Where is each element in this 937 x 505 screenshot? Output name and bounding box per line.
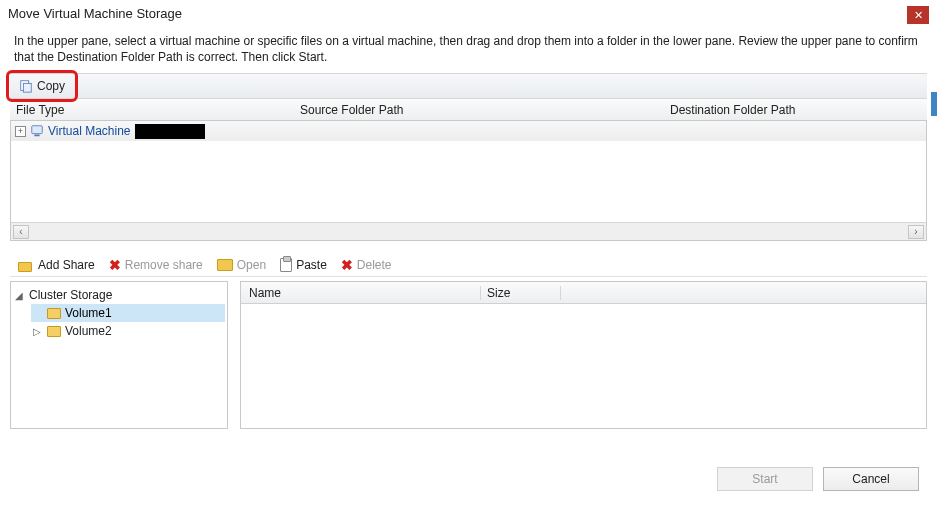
svg-rect-2 [32, 126, 43, 134]
close-button[interactable]: ✕ [907, 6, 929, 24]
vm-icon [30, 124, 44, 138]
tree-item-volume1[interactable]: Volume1 [31, 304, 225, 322]
expand-toggle[interactable]: + [15, 126, 26, 137]
vm-row[interactable]: + Virtual Machine [11, 121, 926, 141]
folder-icon [47, 308, 61, 319]
open-label: Open [237, 258, 266, 272]
upper-grid-body[interactable]: + Virtual Machine ‹ › [10, 121, 927, 241]
window-title: Move Virtual Machine Storage [8, 6, 182, 21]
col-name[interactable]: Name [241, 286, 481, 300]
lower-toolbar: Add Share ✖ Remove share Open Paste ✖ De… [10, 253, 927, 277]
file-list-pane[interactable]: Name Size [240, 281, 927, 429]
add-share-label: Add Share [38, 258, 95, 272]
tree-root-label: Cluster Storage [29, 288, 112, 302]
horizontal-scrollbar[interactable]: ‹ › [11, 222, 926, 240]
cancel-button[interactable]: Cancel [823, 467, 919, 491]
cancel-button-label: Cancel [852, 472, 889, 486]
scroll-right-icon[interactable]: › [908, 225, 924, 239]
file-list-header: Name Size [241, 282, 926, 304]
caret-right-icon: ▷ [33, 326, 43, 337]
caret-down-icon: ◢ [15, 290, 25, 301]
folder-icon [47, 326, 61, 337]
open-folder-icon [217, 259, 233, 271]
lower-split: ◢ Cluster Storage Volume1 ▷ Volume2 Name… [10, 281, 927, 429]
col-file-type[interactable]: File Type [10, 103, 300, 117]
start-button-label: Start [752, 472, 777, 486]
instructions-text: In the upper pane, select a virtual mach… [0, 25, 937, 73]
paste-button[interactable]: Paste [276, 256, 331, 274]
delete-label: Delete [357, 258, 392, 272]
vm-row-label: Virtual Machine [48, 124, 131, 138]
folder-tree[interactable]: ◢ Cluster Storage Volume1 ▷ Volume2 [10, 281, 228, 429]
add-share-button[interactable]: Add Share [14, 256, 99, 274]
tree-item-label: Volume2 [65, 324, 112, 338]
col-size[interactable]: Size [481, 286, 561, 300]
paste-icon [280, 258, 292, 272]
delete-icon: ✖ [341, 257, 353, 273]
copy-icon [19, 79, 33, 93]
svg-rect-3 [34, 135, 39, 137]
dialog-buttons: Start Cancel [717, 467, 919, 491]
side-accent [931, 92, 937, 116]
upper-toolbar: Copy [10, 73, 927, 99]
scroll-left-icon[interactable]: ‹ [13, 225, 29, 239]
col-destination-path[interactable]: Destination Folder Path [670, 103, 927, 117]
tree-item-label: Volume1 [65, 306, 112, 320]
tree-item-volume2[interactable]: ▷ Volume2 [31, 322, 225, 340]
upper-grid-header: File Type Source Folder Path Destination… [10, 99, 927, 121]
remove-icon: ✖ [109, 257, 121, 273]
close-icon: ✕ [914, 9, 923, 22]
open-button[interactable]: Open [213, 256, 270, 274]
svg-rect-1 [23, 84, 31, 93]
copy-button[interactable]: Copy [6, 70, 78, 102]
remove-share-label: Remove share [125, 258, 203, 272]
col-source-path[interactable]: Source Folder Path [300, 103, 670, 117]
window-title-bar: Move Virtual Machine Storage [0, 0, 937, 25]
tree-root-row[interactable]: ◢ Cluster Storage [13, 286, 225, 304]
remove-share-button[interactable]: ✖ Remove share [105, 255, 207, 275]
delete-button[interactable]: ✖ Delete [337, 255, 396, 275]
start-button[interactable]: Start [717, 467, 813, 491]
add-share-icon [18, 258, 34, 272]
copy-button-label: Copy [37, 79, 65, 93]
redacted-name [135, 124, 205, 139]
paste-label: Paste [296, 258, 327, 272]
